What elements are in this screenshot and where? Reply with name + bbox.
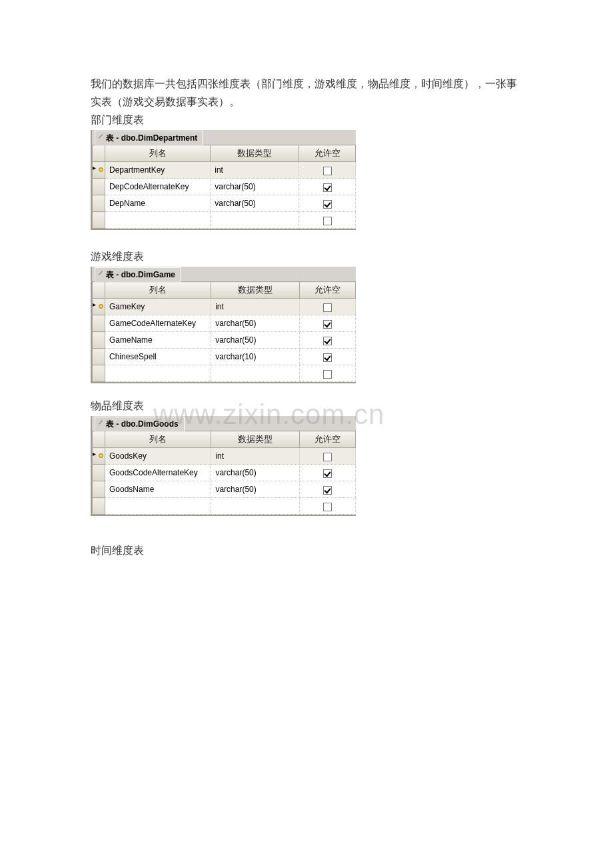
allow-null-checkbox[interactable] [323,370,332,379]
row-selector[interactable] [93,299,105,315]
grid-goods: 列名 数据类型 允许空 GoodsKeyintGoodsCodeAlternat… [92,431,356,515]
cell-column-name[interactable]: GoodsName [105,481,211,498]
table-row[interactable]: DepNamevarchar(50) [93,195,356,212]
grid-dept: 列名 数据类型 允许空 DepartmentKeyintDepCodeAlter… [92,145,356,229]
cell-allow-null[interactable] [299,498,355,515]
allow-null-checkbox[interactable] [323,503,332,511]
cell-column-name[interactable]: DepName [105,195,211,212]
cell-allow-null[interactable] [299,448,355,465]
table-tab-dept[interactable]: 表 - dbo.DimDepartment [95,131,203,145]
cell-column-name[interactable]: ChineseSpell [105,349,211,365]
row-selector[interactable] [93,481,105,498]
table-row[interactable]: GoodsKeyint [93,448,356,465]
cell-data-type[interactable]: varchar(10) [211,349,299,365]
cell-column-name[interactable]: DepCodeAlternateKey [105,179,211,195]
cell-column-name[interactable]: GoodsCodeAlternateKey [105,465,211,481]
table-row-new[interactable] [93,498,356,515]
cell-column-name[interactable]: GameCodeAlternateKey [105,315,211,332]
cell-data-type[interactable]: varchar(50) [211,465,299,481]
row-selector[interactable] [93,195,105,212]
cell-allow-null[interactable] [299,162,356,179]
table-row[interactable]: GoodsNamevarchar(50) [93,481,356,498]
cell-data-type[interactable] [211,212,299,229]
header-colname: 列名 [105,145,211,162]
allow-null-checkbox[interactable] [323,303,332,312]
section-label-game: 游戏维度表 [91,250,546,264]
cell-column-name[interactable] [105,498,211,515]
row-selector[interactable] [93,315,105,332]
header-allownull: 允许空 [299,431,355,448]
row-selector[interactable] [93,332,105,349]
table-row[interactable]: GoodsCodeAlternateKeyvarchar(50) [93,465,356,481]
table-designer-goods: 表 - dbo.DimGoods 列名 数据类型 允许空 GoodsKeyint… [91,416,356,516]
row-selector[interactable] [93,365,105,382]
cell-column-name[interactable] [105,365,211,382]
cell-data-type[interactable]: varchar(50) [211,332,299,349]
cell-allow-null[interactable] [299,349,355,365]
allow-null-checkbox[interactable] [323,320,332,329]
section-label-goods: 物品维度表 [91,399,546,413]
cell-column-name[interactable]: GoodsKey [105,448,211,465]
primary-key-icon [94,165,103,173]
allow-null-checkbox[interactable] [323,453,332,461]
cell-data-type[interactable]: int [211,162,299,179]
allow-null-checkbox[interactable] [323,353,332,362]
table-row[interactable]: GameCodeAlternateKeyvarchar(50) [93,315,356,332]
grid-game: 列名 数据类型 允许空 GameKeyintGameCodeAlternateK… [92,281,356,382]
table-row[interactable]: DepartmentKeyint [93,162,356,179]
table-tab-game[interactable]: 表 - dbo.DimGame [95,267,181,282]
cell-allow-null[interactable] [299,465,355,481]
table-row-new[interactable] [93,365,356,382]
row-selector[interactable] [93,349,105,365]
allow-null-checkbox[interactable] [323,167,332,175]
cell-allow-null[interactable] [299,212,356,229]
cell-column-name[interactable] [105,212,211,229]
cell-column-name[interactable]: GameName [105,332,211,349]
header-allownull: 允许空 [299,282,355,299]
table-row[interactable]: GameKeyint [93,299,356,315]
allow-null-checkbox[interactable] [323,486,332,495]
header-colname: 列名 [105,431,211,448]
cell-allow-null[interactable] [299,365,355,382]
row-selector[interactable] [93,448,105,465]
primary-key-icon [94,451,103,459]
row-selector[interactable] [93,212,105,229]
cell-allow-null[interactable] [299,315,355,332]
header-colname: 列名 [105,282,211,299]
cell-allow-null[interactable] [299,332,355,349]
cell-data-type[interactable] [211,365,299,382]
table-row-new[interactable] [93,212,356,229]
primary-key-icon [94,302,103,310]
row-selector[interactable] [93,498,105,515]
cell-allow-null[interactable] [299,481,355,498]
intro-text: 我们的数据库一共包括四张维度表（部门维度，游戏维度，物品维度，时间维度），一张事… [91,75,546,111]
allow-null-checkbox[interactable] [323,200,332,209]
cell-data-type[interactable]: int [211,299,299,315]
table-row[interactable]: DepCodeAlternateKeyvarchar(50) [93,179,356,195]
cell-column-name[interactable]: DepartmentKey [105,162,211,179]
cell-allow-null[interactable] [299,195,356,212]
header-allownull: 允许空 [299,145,356,162]
table-row[interactable]: ChineseSpellvarchar(10) [93,349,356,365]
row-selector[interactable] [93,465,105,481]
cell-allow-null[interactable] [299,179,356,195]
cell-data-type[interactable]: varchar(50) [211,195,299,212]
allow-null-checkbox[interactable] [323,217,332,225]
allow-null-checkbox[interactable] [323,183,332,192]
cell-data-type[interactable]: int [211,448,299,465]
allow-null-checkbox[interactable] [323,469,332,478]
header-datatype: 数据类型 [211,145,299,162]
cell-data-type[interactable] [211,498,299,515]
section-label-dept: 部门维度表 [91,113,546,127]
table-tab-goods[interactable]: 表 - dbo.DimGoods [95,417,185,431]
row-header-blank [93,282,105,299]
cell-data-type[interactable]: varchar(50) [211,481,299,498]
cell-column-name[interactable]: GameKey [105,299,211,315]
table-row[interactable]: GameNamevarchar(50) [93,332,356,349]
cell-data-type[interactable]: varchar(50) [211,179,299,195]
allow-null-checkbox[interactable] [323,337,332,345]
row-selector[interactable] [93,162,105,179]
cell-data-type[interactable]: varchar(50) [211,315,299,332]
row-selector[interactable] [93,179,105,195]
cell-allow-null[interactable] [299,299,355,315]
